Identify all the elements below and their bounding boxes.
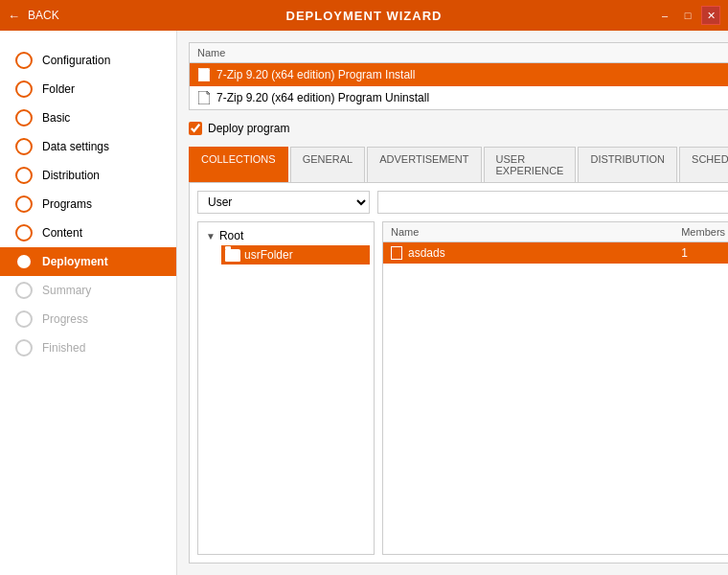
sidebar-label-distribution: Distribution [42, 169, 100, 182]
tree-panel: ▼ Root usrFolder [197, 221, 375, 555]
sidebar-item-basic[interactable]: Basic [0, 104, 176, 132]
window-title: DEPLOYMENT WIZARD [286, 9, 443, 23]
step-circle-disabled [15, 310, 33, 328]
step-circle-disabled [15, 282, 33, 299]
window-controls: – □ ✕ [655, 6, 720, 25]
deploy-row: Deploy program [189, 118, 728, 139]
step-circle [15, 109, 33, 126]
right-panel-header: Name Members [383, 222, 728, 242]
sidebar-label-programs: Programs [42, 197, 92, 211]
right-row-name: asdads [408, 246, 675, 260]
content-area: Name 7-Zip 9.20 (x64 edition) Program In… [177, 31, 728, 575]
sidebar: Configuration Folder Basic Data settings… [0, 31, 177, 575]
sidebar-label-content: Content [42, 226, 82, 240]
program-install-name: 7-Zip 9.20 (x64 edition) Program Install [216, 68, 415, 81]
close-button[interactable]: ✕ [701, 6, 720, 25]
sidebar-item-configuration[interactable]: Configuration [0, 46, 176, 75]
tab-general[interactable]: GENERAL [290, 147, 366, 182]
sidebar-label-basic: Basic [42, 111, 70, 125]
back-label: BACK [28, 9, 59, 22]
tree-folder-item[interactable]: usrFolder [221, 245, 370, 264]
tree-folder-label: usrFolder [244, 248, 293, 262]
svg-rect-0 [199, 69, 210, 81]
title-bar: ← BACK DEPLOYMENT WIZARD – □ ✕ [0, 0, 728, 31]
tab-user-experience[interactable]: USER EXPERIENCE [484, 147, 577, 182]
main-container: Configuration Folder Basic Data settings… [0, 31, 728, 575]
tree-root-label: Root [219, 229, 243, 242]
step-circle [15, 52, 33, 69]
deploy-label[interactable]: Deploy program [208, 122, 289, 135]
tab-distribution[interactable]: DISTRIBUTION [578, 147, 677, 182]
program-install[interactable]: 7-Zip 9.20 (x64 edition) Program Install [190, 63, 728, 86]
back-button[interactable]: ← BACK [8, 9, 59, 23]
sidebar-item-deployment[interactable]: Deployment [0, 247, 176, 276]
sidebar-item-summary: Summary [0, 276, 176, 305]
sidebar-label-deployment: Deployment [42, 255, 108, 268]
step-circle [15, 138, 33, 155]
search-container: 🔍 [377, 191, 728, 214]
tree-root[interactable]: ▼ Root [202, 226, 370, 245]
doc-icon [198, 68, 210, 81]
sidebar-item-folder[interactable]: Folder [0, 75, 176, 104]
collections-dropdown[interactable]: User Device All [197, 191, 370, 214]
programs-header: Name [190, 43, 728, 63]
right-row-asdads[interactable]: asdads 1 [383, 242, 728, 264]
file-icon [391, 246, 402, 260]
collections-body: ▼ Root usrFolder Name Members [197, 221, 728, 555]
step-circle [15, 80, 33, 98]
sidebar-label-data-settings: Data settings [42, 140, 109, 153]
sidebar-label-finished: Finished [42, 341, 85, 355]
step-circle [15, 224, 33, 242]
sidebar-item-data-settings[interactable]: Data settings [0, 132, 176, 161]
program-uninstall[interactable]: 7-Zip 9.20 (x64 edition) Program Uninsta… [190, 86, 728, 109]
step-circle [15, 196, 33, 213]
tree-expand-icon: ▼ [206, 231, 216, 242]
sidebar-label-folder: Folder [42, 82, 75, 96]
right-col-members: Members [681, 226, 728, 238]
search-input[interactable] [378, 193, 728, 212]
sidebar-item-distribution[interactable]: Distribution [0, 161, 176, 190]
program-uninstall-name: 7-Zip 9.20 (x64 edition) Program Uninsta… [216, 91, 429, 104]
programs-list: Name 7-Zip 9.20 (x64 edition) Program In… [189, 42, 728, 110]
step-circle [15, 167, 33, 184]
collections-content: User Device All 🔍 ▼ Root [189, 183, 728, 564]
step-circle-active [15, 253, 33, 270]
programs-col-name: Name [197, 47, 225, 58]
maximize-button[interactable]: □ [678, 6, 697, 25]
sidebar-label-summary: Summary [42, 284, 91, 297]
sidebar-item-programs[interactable]: Programs [0, 190, 176, 218]
program-icon-2 [197, 91, 211, 104]
program-icon [197, 68, 211, 81]
doc-icon-2 [198, 91, 210, 104]
tab-scheduling[interactable]: SCHEDULING [679, 147, 728, 182]
tabs-container: COLLECTIONS GENERAL ADVERTISEMENT USER E… [189, 147, 728, 183]
tab-collections[interactable]: COLLECTIONS [189, 147, 288, 182]
sidebar-item-progress: Progress [0, 305, 176, 334]
sidebar-item-finished: Finished [0, 334, 176, 362]
sidebar-item-content[interactable]: Content [0, 218, 176, 247]
deploy-checkbox[interactable] [189, 122, 202, 135]
minimize-button[interactable]: – [655, 6, 674, 25]
right-row-members: 1 [681, 246, 728, 260]
step-circle-disabled [15, 339, 33, 356]
back-arrow-icon: ← [8, 9, 20, 23]
right-panel: Name Members asdads 1 [382, 221, 728, 555]
tab-advertisement[interactable]: ADVERTISEMENT [367, 147, 481, 182]
folder-icon [225, 249, 240, 262]
sidebar-label-progress: Progress [42, 312, 88, 326]
collections-top: User Device All 🔍 [197, 191, 728, 214]
right-col-name: Name [391, 226, 681, 238]
tree-children: usrFolder [202, 245, 370, 264]
sidebar-label-configuration: Configuration [42, 54, 110, 67]
